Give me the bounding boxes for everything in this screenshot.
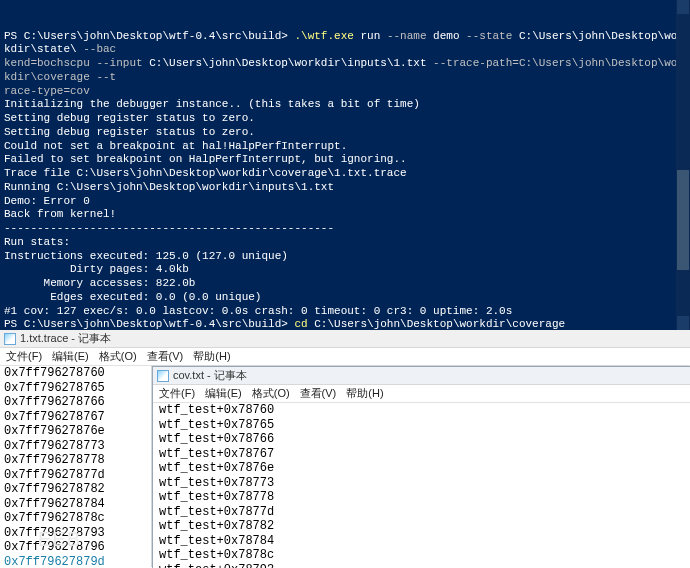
- address-line: 0x7ff796278765: [4, 381, 105, 396]
- menu-item[interactable]: 格式(O): [99, 349, 137, 364]
- terminal-line: PS C:\Users\john\Desktop\wtf-0.4\src\bui…: [4, 30, 686, 58]
- powershell-terminal[interactable]: PS C:\Users\john\Desktop\wtf-0.4\src\bui…: [0, 0, 690, 330]
- coverage-line: wtf_test+0x78767: [159, 447, 274, 462]
- coverage-list[interactable]: wtf_test+0x78760wtf_test+0x78765wtf_test…: [159, 403, 274, 568]
- menu-item[interactable]: 帮助(H): [193, 349, 230, 364]
- address-line: 0x7ff796278796: [4, 540, 105, 555]
- terminal-line: Dirty pages: 4.0kb: [4, 263, 686, 277]
- address-line: 0x7ff796278760: [4, 366, 105, 381]
- scrollbar-thumb[interactable]: [677, 170, 689, 270]
- coverage-line: wtf_test+0x78760: [159, 403, 274, 418]
- notepad-trace-title: 1.txt.trace - 记事本: [20, 331, 111, 346]
- notepad-trace-menubar[interactable]: 文件(F)编辑(E)格式(O)查看(V)帮助(H): [0, 348, 690, 366]
- coverage-line: wtf_test+0x7878c: [159, 548, 274, 563]
- trace-address-list[interactable]: 0x7ff7962787600x7ff7962787650x7ff7962787…: [4, 366, 105, 568]
- notepad-icon: [157, 370, 169, 382]
- coverage-line: wtf_test+0x7877d: [159, 505, 274, 520]
- address-line: 0x7ff79627877d: [4, 468, 105, 483]
- terminal-line: Setting debug register status to zero.: [4, 112, 686, 126]
- notepad-trace-titlebar[interactable]: 1.txt.trace - 记事本: [0, 330, 690, 348]
- notepad-icon: [4, 333, 16, 345]
- terminal-line: Memory accesses: 822.0b: [4, 277, 686, 291]
- coverage-line: wtf_test+0x7876e: [159, 461, 274, 476]
- coverage-line: wtf_test+0x78793: [159, 563, 274, 569]
- coverage-line: wtf_test+0x78784: [159, 534, 274, 549]
- address-line: 0x7ff79627876e: [4, 424, 105, 439]
- address-line: 0x7ff796278784: [4, 497, 105, 512]
- menu-item[interactable]: 文件(F): [6, 349, 42, 364]
- menu-item[interactable]: 格式(O): [252, 386, 290, 401]
- lower-pane: 1.txt.trace - 记事本 文件(F)编辑(E)格式(O)查看(V)帮助…: [0, 330, 690, 568]
- coverage-line: wtf_test+0x78782: [159, 519, 274, 534]
- coverage-line: wtf_test+0x78773: [159, 476, 274, 491]
- terminal-line: Back from kernel!: [4, 208, 686, 222]
- terminal-line: Demo: Error 0: [4, 195, 686, 209]
- menu-item[interactable]: 查看(V): [300, 386, 337, 401]
- address-line: 0x7ff796278782: [4, 482, 105, 497]
- address-line: 0x7ff796278766: [4, 395, 105, 410]
- menu-item[interactable]: 编辑(E): [52, 349, 89, 364]
- address-line: 0x7ff796278773: [4, 439, 105, 454]
- coverage-line: wtf_test+0x78778: [159, 490, 274, 505]
- terminal-line: Trace file C:\Users\john\Desktop\workdir…: [4, 167, 686, 181]
- terminal-line: Failed to set breakpoint on HalpPerfInte…: [4, 153, 686, 167]
- terminal-scrollbar[interactable]: [676, 0, 690, 330]
- terminal-line: Setting debug register status to zero.: [4, 126, 686, 140]
- address-line: 0x7ff796278767: [4, 410, 105, 425]
- address-line: 0x7ff796278793: [4, 526, 105, 541]
- terminal-line: PS C:\Users\john\Desktop\wtf-0.4\src\bui…: [4, 318, 686, 330]
- terminal-line: kend=bochscpu --input C:\Users\john\Desk…: [4, 57, 686, 85]
- menu-item[interactable]: 编辑(E): [205, 386, 242, 401]
- terminal-line: Could not set a breakpoint at hal!HalpPe…: [4, 140, 686, 154]
- notepad-cov-menubar[interactable]: 文件(F)编辑(E)格式(O)查看(V)帮助(H): [153, 385, 690, 403]
- notepad-cov-titlebar[interactable]: cov.txt - 记事本: [153, 367, 690, 385]
- notepad-trace-window[interactable]: 1.txt.trace - 记事本 文件(F)编辑(E)格式(O)查看(V)帮助…: [0, 330, 690, 366]
- menu-item[interactable]: 文件(F): [159, 386, 195, 401]
- address-line: 0x7ff79627879d: [4, 555, 105, 569]
- address-line: 0x7ff796278778: [4, 453, 105, 468]
- notepad-cov-window[interactable]: cov.txt - 记事本 文件(F)编辑(E)格式(O)查看(V)帮助(H) …: [152, 366, 690, 568]
- coverage-line: wtf_test+0x78766: [159, 432, 274, 447]
- address-line: 0x7ff79627878c: [4, 511, 105, 526]
- menu-item[interactable]: 查看(V): [147, 349, 184, 364]
- terminal-line: #1 cov: 127 exec/s: 0.0 lastcov: 0.0s cr…: [4, 305, 686, 319]
- terminal-line: Run stats:: [4, 236, 686, 250]
- menu-item[interactable]: 帮助(H): [346, 386, 383, 401]
- terminal-line: Running C:\Users\john\Desktop\workdir\in…: [4, 181, 686, 195]
- terminal-line: Initializing the debugger instance.. (th…: [4, 98, 686, 112]
- terminal-line: ----------------------------------------…: [4, 222, 686, 236]
- notepad-cov-title: cov.txt - 记事本: [173, 368, 247, 383]
- terminal-line: Edges executed: 0.0 (0.0 unique): [4, 291, 686, 305]
- terminal-output: PS C:\Users\john\Desktop\wtf-0.4\src\bui…: [4, 30, 686, 331]
- scrollbar-up-arrow[interactable]: [677, 0, 689, 14]
- terminal-line: Instructions executed: 125.0 (127.0 uniq…: [4, 250, 686, 264]
- terminal-line: race-type=cov: [4, 85, 686, 99]
- coverage-line: wtf_test+0x78765: [159, 418, 274, 433]
- scrollbar-down-arrow[interactable]: [677, 316, 689, 330]
